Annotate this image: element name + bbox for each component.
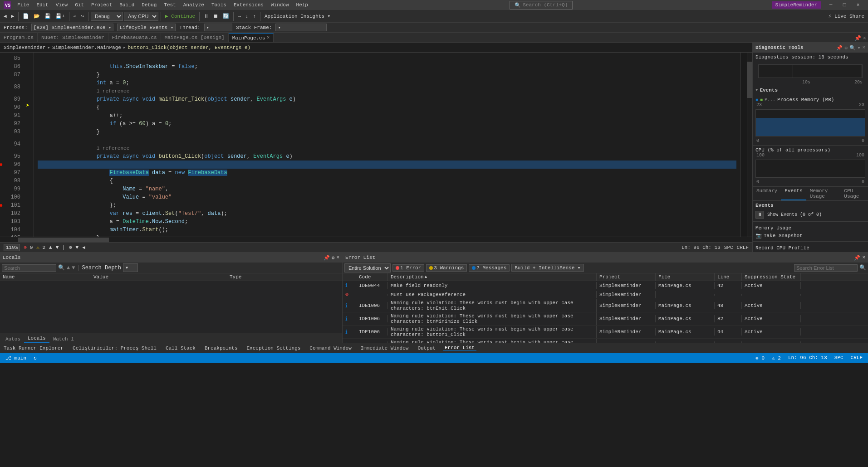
tab-nuget[interactable]: NuGet: SimpleReminder — [38, 33, 108, 42]
down-nav[interactable]: ▼ — [56, 245, 59, 250]
call-stack-btn[interactable]: Call Stack — [164, 345, 197, 351]
close-tab-btn[interactable]: × — [863, 35, 866, 42]
warnings-status[interactable]: ⚠ 2 — [770, 355, 783, 361]
diag-tab-memory[interactable]: Memory Usage — [806, 187, 841, 200]
tab-mainpage[interactable]: MainPage.cs × — [229, 33, 274, 42]
diag-more-btn[interactable]: ▾ — [858, 45, 861, 51]
error-row-5[interactable]: ℹ IDE1006 Naming rule violation: These w… — [343, 326, 868, 339]
menu-help[interactable]: Help — [294, 1, 311, 9]
search-depth-dropdown[interactable]: ▾ — [123, 263, 138, 272]
locals-down-btn[interactable]: ▼ — [72, 265, 75, 271]
timeline-chart[interactable] — [758, 64, 863, 78]
error-pin-btn[interactable]: 📌 — [854, 255, 860, 261]
step-out-btn[interactable]: ↑ — [251, 13, 258, 20]
undo-btn[interactable]: ↩ — [72, 12, 78, 20]
panel-tab-watch1[interactable]: Watch 1 — [49, 336, 78, 343]
tab-mainpage-design[interactable]: MainPage.cs [Design] — [161, 33, 229, 42]
tab-mainpage-close[interactable]: × — [267, 35, 270, 40]
redo-btn[interactable]: ↪ — [79, 12, 86, 20]
nav-btn[interactable]: ◀ — [82, 244, 85, 250]
restart-btn[interactable]: 🔄 — [221, 12, 231, 20]
start-btn[interactable]: ▶ Continue — [163, 12, 197, 20]
show-events-btn[interactable]: Show Events (0 of 0) — [766, 212, 823, 218]
diag-search-btn[interactable]: 🔍 — [849, 45, 856, 51]
record-cpu-profile-btn[interactable]: ⏺ Record CPU Profile — [755, 252, 865, 252]
errors-status[interactable]: ⊗ 0 — [754, 355, 766, 361]
panel-tab-autos[interactable]: Autos — [2, 336, 24, 343]
vertical-scrollbar[interactable] — [747, 53, 752, 237]
locals-up-btn[interactable]: ▲ — [67, 265, 70, 271]
tab-firebasedata[interactable]: FirebaseData.cs — [108, 33, 161, 42]
pause-btn[interactable]: ⏸ — [202, 12, 211, 20]
menu-view[interactable]: View — [53, 1, 70, 9]
open-btn[interactable]: 📂 — [32, 12, 42, 20]
zoom-control[interactable]: 119% — [4, 244, 20, 251]
menu-file[interactable]: File — [15, 1, 32, 9]
save-all-btn[interactable]: 💾+ — [54, 12, 67, 20]
pause-events-btn[interactable]: ⏸ — [755, 211, 764, 219]
thread-dropdown[interactable]: ▾ — [204, 24, 233, 31]
error-row-3[interactable]: ℹ IDE1006 Naming rule violation: These w… — [343, 299, 868, 312]
diag-close-btn[interactable]: × — [862, 45, 865, 51]
error-row-6[interactable]: ℹ IDE1006 Naming rule violation: These w… — [343, 339, 868, 343]
refresh-btn[interactable]: ↻ — [32, 355, 39, 361]
title-search[interactable]: Search (Ctrl+Q) — [523, 2, 568, 8]
geliştiriciler-btn[interactable]: Geliştiriciler: Proceş Shell — [71, 345, 158, 351]
menu-window[interactable]: Window — [268, 1, 292, 9]
platform-dropdown[interactable]: Any CPU — [124, 12, 158, 21]
up-nav[interactable]: ▲ — [49, 245, 52, 250]
messages-filter-btn[interactable]: 7 Messages — [469, 264, 510, 272]
diag-tab-events[interactable]: Events — [781, 187, 806, 200]
warnings-indicator[interactable]: ⚠ 2 — [36, 244, 45, 250]
close-button[interactable]: × — [852, 0, 864, 10]
command-window-btn[interactable]: Command Window — [308, 345, 353, 351]
diag-tab-summary[interactable]: Summary — [753, 187, 781, 200]
step-over-btn[interactable]: → — [236, 13, 243, 20]
diag-tab-cpu[interactable]: CPU Usage — [840, 187, 868, 200]
git-branch[interactable]: ⎇ main — [4, 355, 28, 361]
output-btn[interactable]: Output — [416, 345, 437, 351]
build-intellisense-btn[interactable]: Build + IntelliSense ▾ — [511, 264, 584, 272]
process-dropdown[interactable]: [828] SimpleReminder.exe ▾ — [31, 24, 114, 31]
error-close-btn[interactable]: × — [862, 255, 865, 261]
menu-project[interactable]: Project — [88, 1, 115, 9]
lifecycle-events-btn[interactable]: Lifecycle Events ▾ — [117, 24, 176, 31]
menu-debug[interactable]: Debug — [139, 1, 159, 9]
breakpoints-btn[interactable]: Breakpoints — [203, 345, 240, 351]
errors-filter-btn[interactable]: 1 Error — [392, 264, 424, 272]
error-row-2[interactable]: ⊗ Must use PackageReference SimpleRemind… — [343, 290, 868, 299]
step-into-btn[interactable]: ↓ — [244, 13, 250, 20]
menu-analyze[interactable]: Analyze — [181, 1, 207, 9]
new-btn[interactable]: 📄 — [21, 12, 31, 20]
panel-tab-locals[interactable]: Locals — [24, 335, 49, 343]
debug-config-dropdown[interactable]: Debug Release — [91, 12, 123, 21]
menu-test[interactable]: Test — [161, 1, 178, 9]
menu-build[interactable]: Build — [117, 1, 137, 9]
breadcrumb-class[interactable]: SimpleReminder.MainPage — [52, 45, 121, 50]
code-text[interactable]: this.ShowInTaskbar = false; } int a = 0;… — [34, 53, 740, 237]
menu-extensions[interactable]: Extensions — [231, 1, 266, 9]
restore-button[interactable]: □ — [838, 0, 851, 10]
scope-dropdown[interactable]: Entire Solution — [344, 263, 391, 272]
stop-btn[interactable]: ⏹ — [211, 12, 220, 20]
error-row-1[interactable]: ℹ IDE0044 Make field readonly SimpleRemi… — [343, 281, 868, 290]
keep-open-btn[interactable]: 📌 — [854, 35, 861, 42]
menu-edit[interactable]: Edit — [34, 1, 51, 9]
down-indicator[interactable]: ▼ — [76, 245, 79, 250]
live-share-btn[interactable]: ⚡ Live Share — [827, 12, 866, 20]
diag-pin-btn[interactable]: 📌 — [836, 45, 843, 51]
horizontal-scrollbar[interactable] — [0, 237, 752, 242]
locals-search-input[interactable] — [2, 264, 56, 272]
task-runner-btn[interactable]: Task Runner Explorer — [2, 345, 65, 351]
locals-close-btn[interactable]: × — [336, 255, 339, 261]
stack-frame-dropdown[interactable]: ▾ — [275, 24, 327, 31]
breadcrumb-project[interactable]: SimpleReminder — [4, 45, 45, 50]
error-list-btn[interactable]: Error List — [443, 345, 476, 351]
immediate-window-btn[interactable]: Immediate Window — [359, 345, 411, 351]
warnings-filter-btn[interactable]: 3 Warnings — [426, 264, 467, 272]
menu-git[interactable]: Git — [72, 1, 87, 9]
exception-settings-btn[interactable]: Exception Settings — [245, 345, 303, 351]
locals-pin-btn[interactable]: 📌 — [324, 255, 330, 261]
back-btn[interactable]: ◀ — [2, 12, 9, 20]
save-btn[interactable]: 💾 — [43, 12, 53, 20]
